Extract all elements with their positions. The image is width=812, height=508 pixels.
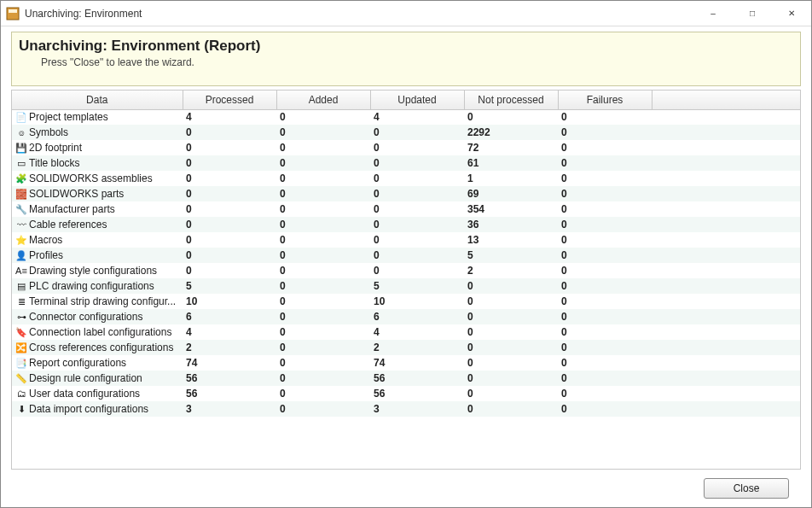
userdata-icon: 🗂 (15, 388, 27, 400)
cell-updated: 4 (370, 109, 464, 125)
cell-updated: 0 (370, 217, 464, 232)
footprint-icon: 💾 (15, 142, 27, 154)
cell-not_processed: 1 (464, 171, 558, 186)
cell-added: 0 (276, 278, 370, 294)
table-row[interactable]: ▭Title blocks000610 (12, 155, 800, 171)
header-row: Data Processed Added Updated Not process… (12, 91, 800, 109)
cell-added: 0 (276, 232, 370, 248)
grid-scroll[interactable]: Data Processed Added Updated Not process… (12, 91, 800, 469)
app-icon (6, 7, 20, 20)
close-window-button[interactable]: ✕ (772, 1, 811, 26)
cell-failures: 0 (558, 140, 652, 155)
table-row[interactable]: 〰Cable references000360 (12, 217, 800, 232)
col-processed[interactable]: Processed (183, 91, 276, 109)
table-row[interactable]: 👤Profiles00050 (12, 248, 800, 263)
cell-processed: 0 (183, 155, 276, 171)
col-not-processed[interactable]: Not processed (464, 91, 558, 109)
cell-failures: 0 (558, 355, 652, 371)
cell-added: 0 (276, 401, 370, 417)
row-label: Project templates (29, 111, 108, 123)
table-row[interactable]: ⭐Macros000130 (12, 232, 800, 248)
cell-failures: 0 (558, 125, 652, 140)
cell-updated: 0 (370, 232, 464, 248)
minimize-button[interactable]: – (693, 1, 733, 26)
cell-failures: 0 (558, 340, 652, 355)
cell-not_processed: 2292 (464, 125, 558, 140)
cell-processed: 0 (183, 125, 276, 140)
col-failures[interactable]: Failures (558, 91, 652, 109)
row-label: Macros (29, 234, 62, 246)
sw-asm-icon: 🧩 (15, 172, 27, 184)
cell-added: 0 (276, 340, 370, 355)
banner: Unarchiving: Environment (Report) Press … (11, 32, 801, 86)
cell-failures: 0 (558, 248, 652, 263)
table-row[interactable]: 📏Design rule configuration5605600 (12, 371, 800, 386)
table-row[interactable]: 🔖Connection label configurations40400 (12, 324, 800, 340)
row-label: Cross references configurations (29, 342, 173, 353)
cell-not_processed: 0 (464, 324, 558, 340)
cell-not_processed: 0 (464, 386, 558, 401)
table-row[interactable]: ⌾Symbols00022920 (12, 125, 800, 140)
close-button[interactable]: Close (704, 478, 789, 499)
dialog-window: Unarchiving: Environment – □ ✕ Unarchivi… (0, 0, 812, 508)
cell-not_processed: 61 (464, 155, 558, 171)
table-row[interactable]: 📄Project templates40400 (12, 109, 800, 125)
cell-updated: 56 (370, 371, 464, 386)
table-row[interactable]: ≣Terminal strip drawing configur...10010… (12, 294, 800, 309)
cell-added: 0 (276, 371, 370, 386)
cell-added: 0 (276, 155, 370, 171)
cell-updated: 4 (370, 324, 464, 340)
table-row[interactable]: 🗂User data configurations5605600 (12, 386, 800, 401)
table-row[interactable]: A≡Drawing style configurations00020 (12, 263, 800, 278)
page-title: Unarchiving: Environment (Report) (19, 38, 793, 55)
sw-part-icon: 🧱 (15, 188, 27, 200)
col-data[interactable]: Data (12, 91, 183, 109)
cell-processed: 0 (183, 186, 276, 201)
cell-failures: 0 (558, 294, 652, 309)
cell-failures: 0 (558, 201, 652, 217)
cell-added: 0 (276, 186, 370, 201)
table-row[interactable]: 🔧Manufacturer parts0003540 (12, 201, 800, 217)
col-updated[interactable]: Updated (370, 91, 464, 109)
cell-added: 0 (276, 201, 370, 217)
cell-failures: 0 (558, 171, 652, 186)
cell-processed: 0 (183, 232, 276, 248)
cell-updated: 0 (370, 125, 464, 140)
table-row[interactable]: 💾2D footprint000720 (12, 140, 800, 155)
cell-failures: 0 (558, 401, 652, 417)
cell-added: 0 (276, 355, 370, 371)
cell-processed: 5 (183, 278, 276, 294)
row-label: Symbols (29, 126, 68, 138)
cell-failures: 0 (558, 386, 652, 401)
table-row[interactable]: 🧱SOLIDWORKS parts000690 (12, 186, 800, 201)
row-label: Title blocks (29, 157, 80, 169)
row-label: SOLIDWORKS parts (29, 188, 124, 200)
cell-not_processed: 13 (464, 232, 558, 248)
symbol-icon: ⌾ (15, 126, 27, 138)
row-label: Drawing style configurations (29, 265, 157, 277)
template-icon: 📄 (15, 111, 27, 123)
table-row[interactable]: 🧩SOLIDWORKS assemblies00010 (12, 171, 800, 186)
row-label: PLC drawing configurations (29, 280, 154, 292)
table-row[interactable]: 📑Report configurations7407400 (12, 355, 800, 371)
report-icon: 📑 (15, 357, 27, 369)
content-area: Unarchiving: Environment (Report) Press … (1, 26, 811, 507)
cell-updated: 2 (370, 340, 464, 355)
titleblock-icon: ▭ (15, 157, 27, 169)
table-row[interactable]: ⊶Connector configurations60600 (12, 309, 800, 324)
maximize-button[interactable]: □ (733, 1, 772, 26)
row-label: Report configurations (29, 357, 126, 369)
cell-processed: 4 (183, 324, 276, 340)
table-row[interactable]: 🔀Cross references configurations20200 (12, 340, 800, 355)
col-added[interactable]: Added (276, 91, 370, 109)
cell-processed: 0 (183, 248, 276, 263)
cell-added: 0 (276, 386, 370, 401)
table-row[interactable]: ⬇Data import configurations30300 (12, 401, 800, 417)
cell-processed: 6 (183, 309, 276, 324)
row-label: Design rule configuration (29, 372, 142, 384)
row-label: Profiles (29, 249, 63, 261)
table-row[interactable]: ▤PLC drawing configurations50500 (12, 278, 800, 294)
cell-processed: 74 (183, 355, 276, 371)
star-icon: ⭐ (15, 234, 27, 246)
cell-updated: 0 (370, 171, 464, 186)
